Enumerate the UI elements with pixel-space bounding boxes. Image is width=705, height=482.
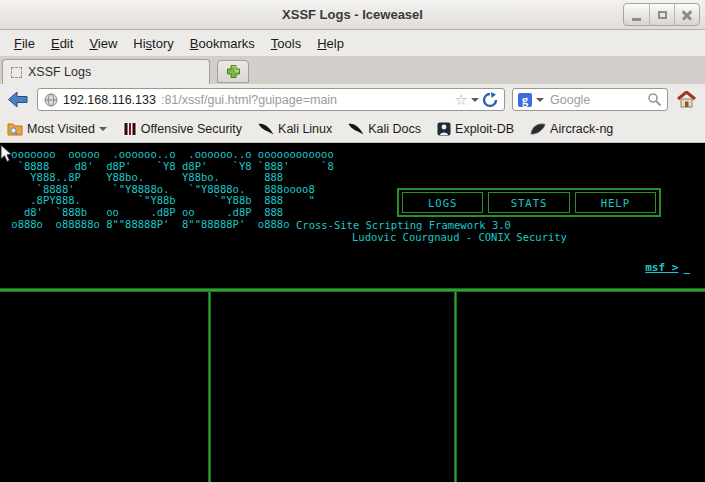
search-bar[interactable]: g	[512, 88, 668, 111]
kali-dragon-icon	[348, 122, 364, 136]
log-panel-left	[0, 292, 208, 482]
folder-search-icon	[7, 122, 23, 136]
tab-favicon-placeholder-icon	[11, 67, 22, 78]
menu-tools[interactable]: Tools	[263, 32, 309, 55]
msf-prompt-link[interactable]: msf >	[645, 261, 678, 274]
back-button[interactable]	[6, 90, 30, 110]
bookmark-most-visited[interactable]: Most Visited	[7, 122, 107, 136]
help-button[interactable]: HELP	[575, 192, 656, 213]
menu-view[interactable]: View	[81, 32, 125, 55]
menu-help[interactable]: Help	[309, 32, 352, 55]
tab-label: XSSF Logs	[28, 65, 91, 79]
google-engine-icon[interactable]: g	[518, 93, 532, 107]
bookmark-label: Kali Linux	[278, 122, 332, 136]
chevron-down-icon	[99, 127, 107, 131]
bookmark-exploit-db[interactable]: Exploit-DB	[437, 122, 514, 136]
window-titlebar: XSSF Logs - Iceweasel	[0, 0, 705, 30]
terminal-cursor: _	[683, 261, 690, 274]
tab-bar: XSSF Logs	[0, 56, 705, 84]
new-tab-button[interactable]	[217, 60, 249, 83]
bookmark-kali-linux[interactable]: Kali Linux	[258, 122, 332, 136]
menu-bookmarks[interactable]: Bookmarks	[182, 32, 263, 55]
msf-prompt[interactable]: msf >_	[645, 261, 690, 274]
framework-title: Cross-Site Scripting Framework 3.0	[296, 219, 511, 231]
search-magnifier-icon[interactable]	[647, 92, 662, 107]
plus-icon	[226, 64, 241, 79]
exploit-db-icon	[437, 122, 451, 136]
offensive-security-icon	[123, 122, 137, 136]
bookmark-label: Most Visited	[27, 122, 95, 136]
framework-credit: Ludovic Courgnaud - CONIX Security	[352, 231, 567, 243]
close-icon	[682, 10, 692, 20]
search-input[interactable]	[548, 92, 643, 108]
url-path: :81/xssf/gui.html?guipage=main	[161, 93, 337, 107]
window-title: XSSF Logs - Iceweasel	[282, 7, 423, 22]
navigation-toolbar: 192.168.116.133:81/xssf/gui.html?guipage…	[0, 84, 705, 115]
back-arrow-icon	[8, 91, 28, 108]
xssf-page-content: ooooooo ooooo .oooooo..o .oooooo..o oooo…	[0, 143, 705, 482]
bookmark-aircrack-ng[interactable]: Aircrack-ng	[530, 122, 613, 136]
home-button[interactable]	[675, 89, 697, 111]
url-bar[interactable]: 192.168.116.133:81/xssf/gui.html?guipage…	[37, 88, 505, 111]
log-panel-right	[457, 292, 705, 482]
stats-button[interactable]: STATS	[488, 192, 569, 213]
url-host: 192.168.116.133	[63, 93, 156, 107]
search-engine-dropdown-icon[interactable]	[536, 98, 544, 102]
xssf-ascii-banner: ooooooo ooooo .oooooo..o .oooooo..o oooo…	[5, 149, 334, 230]
reload-icon[interactable]	[482, 92, 498, 108]
bookmark-label: Exploit-DB	[455, 122, 514, 136]
kali-dragon-icon	[258, 122, 274, 136]
terminal-nav-box: LOGS STATS HELP	[397, 188, 661, 217]
close-button[interactable]	[674, 4, 699, 25]
menu-bar: File Edit View History Bookmarks Tools H…	[0, 30, 705, 56]
bookmark-offensive-security[interactable]: Offensive Security	[123, 122, 242, 136]
minimize-button[interactable]	[624, 4, 649, 25]
menu-edit[interactable]: Edit	[43, 32, 81, 55]
maximize-icon	[658, 11, 667, 19]
bookmark-label: Offensive Security	[141, 122, 242, 136]
logs-button[interactable]: LOGS	[402, 192, 483, 213]
home-icon	[677, 91, 696, 108]
bookmark-label: Kali Docs	[368, 122, 421, 136]
minimize-icon	[632, 18, 641, 21]
menu-history[interactable]: History	[125, 32, 181, 55]
bookmark-star-icon[interactable]: ☆	[455, 92, 468, 107]
bookmark-label: Aircrack-ng	[550, 122, 613, 136]
aircrack-ng-icon	[530, 122, 546, 136]
maximize-button[interactable]	[649, 4, 674, 25]
log-panel-middle	[211, 292, 454, 482]
menu-file[interactable]: File	[6, 32, 43, 55]
bookmarks-toolbar: Most Visited Offensive Security Kali Lin…	[0, 115, 705, 143]
globe-icon	[44, 93, 58, 107]
bookmark-kali-docs[interactable]: Kali Docs	[348, 122, 421, 136]
window-controls	[623, 3, 700, 26]
bookmark-dropdown-icon[interactable]	[471, 98, 479, 102]
tab-xssf-logs[interactable]: XSSF Logs	[2, 59, 210, 84]
